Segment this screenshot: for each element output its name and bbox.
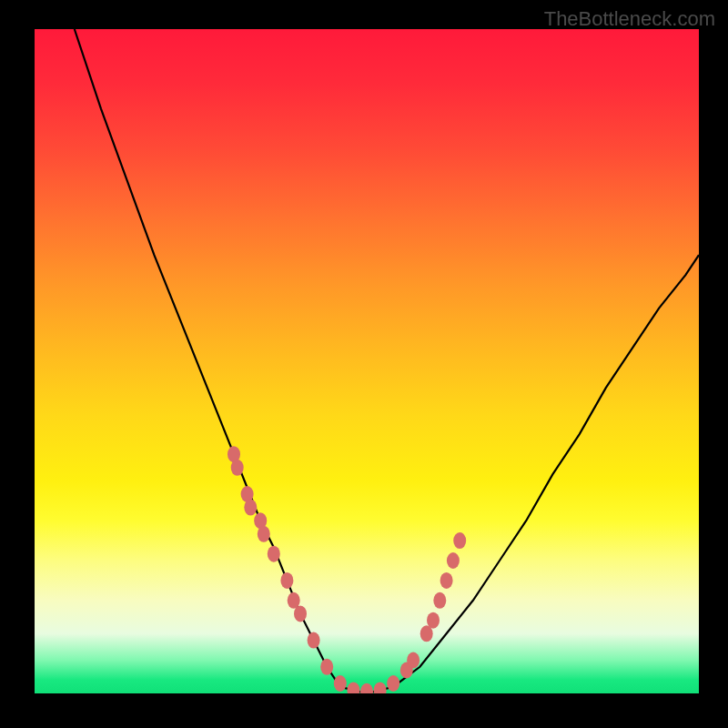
data-point (294, 605, 307, 622)
data-point (387, 675, 399, 692)
data-point (374, 682, 387, 693)
data-point (447, 552, 460, 569)
data-point (420, 625, 433, 642)
data-point (228, 446, 240, 462)
data-point (400, 662, 413, 679)
data-point (347, 682, 359, 693)
data-point (427, 612, 440, 629)
data-point (334, 675, 347, 692)
data-point (360, 683, 373, 693)
chart-plot-area (35, 29, 699, 693)
data-point (258, 526, 270, 542)
curve-path (75, 29, 699, 693)
data-point (407, 652, 420, 669)
data-point (241, 486, 254, 502)
data-point (244, 500, 257, 516)
data-point (254, 512, 267, 529)
data-point (453, 532, 466, 549)
curve-line (75, 29, 699, 693)
data-point (268, 546, 280, 562)
data-point (320, 659, 333, 675)
data-point (280, 572, 293, 589)
chart-svg (35, 29, 699, 693)
scatter-dots (228, 446, 466, 693)
data-point (308, 632, 320, 649)
data-point (433, 592, 446, 609)
data-point (231, 460, 244, 476)
watermark-text: TheBottleneck.com (544, 7, 715, 31)
data-point (288, 592, 300, 609)
data-point (440, 572, 453, 589)
